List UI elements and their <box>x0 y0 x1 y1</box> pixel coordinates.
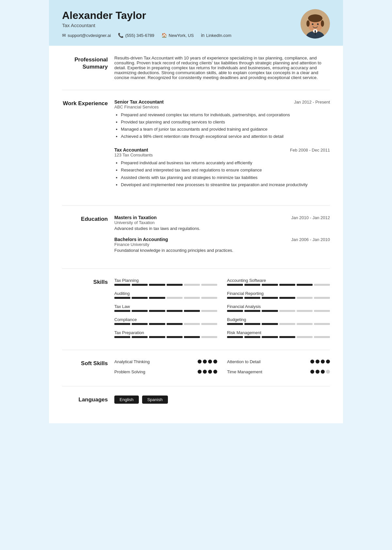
skill-seg-4-5 <box>201 310 217 312</box>
skill-seg-7-3 <box>279 323 295 325</box>
skill-seg-6-2 <box>149 323 165 325</box>
skill-bar-6 <box>114 323 217 325</box>
skill-seg-0-1 <box>132 284 148 286</box>
work-bullets-1: Prepared and reviewed complex tax return… <box>114 111 330 140</box>
skill-seg-2-5 <box>201 297 217 299</box>
skill-bar-9 <box>227 336 330 338</box>
divider-5 <box>62 386 330 386</box>
skill-seg-4-2 <box>149 310 165 312</box>
skill-seg-6-1 <box>132 323 148 325</box>
skill-seg-8-0 <box>114 336 130 338</box>
linkedin-icon: in <box>201 33 204 38</box>
skill-item-2: Auditing <box>114 291 217 299</box>
skill-seg-5-3 <box>279 310 295 312</box>
skill-seg-8-5 <box>201 336 217 338</box>
skill-item-1: Accounting Software <box>227 278 330 286</box>
skill-bar-4 <box>114 310 217 312</box>
skill-seg-7-1 <box>244 323 260 325</box>
work-label: Work Experience <box>62 99 108 196</box>
work-bullets-2: Prepared individual and business tax ret… <box>114 159 330 188</box>
skill-seg-0-2 <box>149 284 165 286</box>
skill-item-4: Tax Law <box>114 304 217 312</box>
skill-seg-0-0 <box>114 284 130 286</box>
divider-3 <box>62 268 330 269</box>
skill-name-4: Tax Law <box>114 304 217 309</box>
soft-skill-name-1: Attention to Detail <box>227 359 261 364</box>
location-icon: 🏠 <box>161 33 167 38</box>
work-date-2: Feb 2008 - Dec 2011 <box>290 148 330 153</box>
dot-1-1 <box>316 360 319 364</box>
skill-seg-2-0 <box>114 297 130 299</box>
skill-name-8: Tax Preparation <box>114 330 217 335</box>
skill-seg-1-1 <box>244 284 260 286</box>
summary-label: Professional Summary <box>62 56 108 80</box>
skill-seg-5-5 <box>314 310 330 312</box>
language-tag-1: Spanish <box>142 396 168 404</box>
avatar <box>301 9 330 39</box>
skills-grid: Tax PlanningAccounting SoftwareAuditingF… <box>114 278 330 340</box>
dot-2-1 <box>203 370 207 374</box>
work-date-1: Jan 2012 - Present <box>294 100 330 105</box>
skill-name-7: Budgeting <box>227 317 330 322</box>
svg-point-7 <box>312 24 314 25</box>
dot-2-3 <box>213 370 217 374</box>
edu-desc-2: Foundational knowledge in accounting pri… <box>114 248 330 253</box>
svg-point-6 <box>321 20 324 27</box>
skill-name-3: Financial Reporting <box>227 291 330 296</box>
skill-bar-8 <box>114 336 217 338</box>
skill-seg-5-0 <box>227 310 243 312</box>
summary-section: Professional Summary Results-driven Tax … <box>62 56 330 80</box>
edu-date-2: Jan 2006 - Jan 2010 <box>291 237 330 242</box>
skill-seg-9-3 <box>279 336 295 338</box>
skill-name-2: Auditing <box>114 291 217 296</box>
dot-1-2 <box>321 360 325 364</box>
skill-seg-8-1 <box>132 336 148 338</box>
skill-seg-9-2 <box>262 336 278 338</box>
bullet-1-3: Managed a team of junior tax accountants… <box>121 126 330 133</box>
email-contact: ✉ support@cvdesigner.ai <box>62 33 111 38</box>
bullet-2-4: Developed and implemented new processes … <box>121 181 330 188</box>
location-value: NewYork, US <box>169 33 194 38</box>
email-icon: ✉ <box>62 33 66 38</box>
dot-1-0 <box>310 360 314 364</box>
languages-section: Languages EnglishSpanish <box>62 396 330 404</box>
soft-skill-name-3: Time Management <box>227 369 262 374</box>
skill-seg-4-1 <box>132 310 148 312</box>
bullet-2-3: Assisted clients with tax planning and s… <box>121 174 330 181</box>
soft-skill-item-1: Attention to Detail <box>227 359 330 364</box>
soft-skill-name-2: Problem Solving <box>114 369 145 374</box>
soft-skill-name-0: Analytical Thinking <box>114 359 150 364</box>
soft-skill-item-3: Time Management <box>227 369 330 374</box>
skill-seg-0-5 <box>201 284 217 286</box>
skill-bar-5 <box>227 310 330 312</box>
skill-item-3: Financial Reporting <box>227 291 330 299</box>
work-entry-2: Tax Accountant Feb 2008 - Dec 2011 123 T… <box>114 147 330 188</box>
soft-skills-label: Soft Skills <box>62 359 108 376</box>
skill-seg-4-4 <box>184 310 200 312</box>
work-title-2: Tax Accountant <box>114 147 148 153</box>
skill-seg-9-4 <box>297 336 313 338</box>
linkedin-value: LinkedIn.com <box>206 33 231 38</box>
skills-body: Tax PlanningAccounting SoftwareAuditingF… <box>114 278 330 340</box>
education-section: Education Masters in Taxation Jan 2010 -… <box>62 215 330 259</box>
skill-name-9: Risk Management <box>227 330 330 335</box>
soft-skill-item-2: Problem Solving <box>114 369 217 374</box>
skill-bar-2 <box>114 297 217 299</box>
phone-contact: 📞 (555) 345-6789 <box>118 33 154 38</box>
soft-skill-dots-2 <box>198 370 217 374</box>
header-left: Alexander Taylor Tax Accountant ✉ suppor… <box>62 10 231 38</box>
contact-info: ✉ support@cvdesigner.ai 📞 (555) 345-6789… <box>62 33 231 38</box>
divider-2 <box>62 205 330 206</box>
skill-seg-4-0 <box>114 310 130 312</box>
skill-seg-0-3 <box>167 284 183 286</box>
skill-seg-3-4 <box>297 297 313 299</box>
skill-seg-3-3 <box>279 297 295 299</box>
skill-seg-5-2 <box>262 310 278 312</box>
skill-seg-7-5 <box>314 323 330 325</box>
linkedin-contact: in LinkedIn.com <box>201 33 231 38</box>
skills-section: Skills Tax PlanningAccounting SoftwareAu… <box>62 278 330 340</box>
candidate-title: Tax Accountant <box>62 23 231 28</box>
soft-skill-dots-3 <box>310 370 330 374</box>
skill-seg-3-5 <box>314 297 330 299</box>
skill-seg-4-3 <box>167 310 183 312</box>
